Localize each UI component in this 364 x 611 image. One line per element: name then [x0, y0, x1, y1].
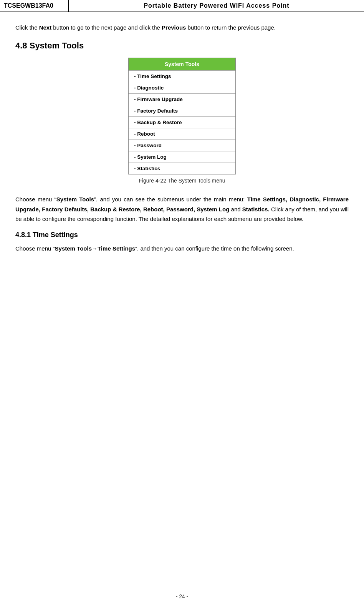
page-number: - 24 -	[176, 593, 189, 599]
section-4-8-1-title: Time Settings	[33, 231, 78, 239]
intro-middle: button to go to the next page and click …	[51, 24, 162, 31]
header-bar: TCSEGWB13FA0 Portable Battery Powered WI…	[0, 0, 364, 12]
section-4-8-number: 4.8	[15, 41, 27, 50]
menu-item-time-settings: - Time Settings	[129, 71, 235, 82]
system-tools-menu-box: System Tools - Time Settings - Diagnosti…	[128, 58, 236, 174]
body-menu-bold: System Tools	[56, 196, 94, 203]
body-prefix: Choose menu “	[15, 196, 56, 203]
intro-suffix: button to return the previous page.	[186, 24, 276, 31]
section-4-8-1-number: 4.8.1	[15, 231, 31, 239]
menu-item-backup-restore: - Backup & Restore	[129, 117, 235, 128]
section-4-8-title: System Tools	[30, 41, 84, 50]
subsection-bold1: System Tools→Time Settings	[55, 245, 136, 252]
subsection-paragraph: Choose menu “System Tools→Time Settings”…	[15, 244, 349, 254]
section-4-8-heading: 4.8 System Tools	[15, 41, 349, 51]
menu-main-item: System Tools	[129, 58, 235, 71]
menu-item-factory-defaults: - Factory Defaults	[129, 105, 235, 117]
intro-paragraph: Click the Next button to go to the next …	[15, 23, 349, 32]
header-model: TCSEGWB13FA0	[0, 0, 69, 12]
subsection-suffix: ”, and then you can configure the time o…	[135, 245, 294, 252]
body-paragraph: Choose menu “System Tools”, and you can …	[15, 194, 349, 224]
menu-item-diagnostic: - Diagnostic	[129, 82, 235, 94]
menu-item-password: - Password	[129, 140, 235, 151]
intro-prefix: Click the	[15, 24, 39, 31]
menu-image-container: System Tools - Time Settings - Diagnosti…	[15, 58, 349, 191]
intro-next-bold: Next	[39, 24, 52, 31]
body-middle: ”, and you can see the submenus under th…	[94, 196, 247, 203]
body-and-text: and	[229, 206, 242, 213]
header-title: Portable Battery Powered WIFI Access Poi…	[69, 0, 364, 12]
intro-previous-bold: Previous	[162, 24, 186, 31]
figure-caption: Figure 4-22 The System Tools menu	[139, 178, 225, 184]
body-statistics-bold: Statistics.	[242, 206, 270, 213]
menu-item-system-log: - System Log	[129, 151, 235, 163]
menu-item-statistics: - Statistics	[129, 163, 235, 174]
menu-item-firmware-upgrade: - Firmware Upgrade	[129, 94, 235, 105]
menu-item-reboot: - Reboot	[129, 128, 235, 140]
section-4-8-1-heading: 4.8.1 Time Settings	[15, 231, 349, 239]
subsection-prefix: Choose menu “	[15, 245, 55, 252]
page-footer: - 24 -	[0, 593, 364, 599]
